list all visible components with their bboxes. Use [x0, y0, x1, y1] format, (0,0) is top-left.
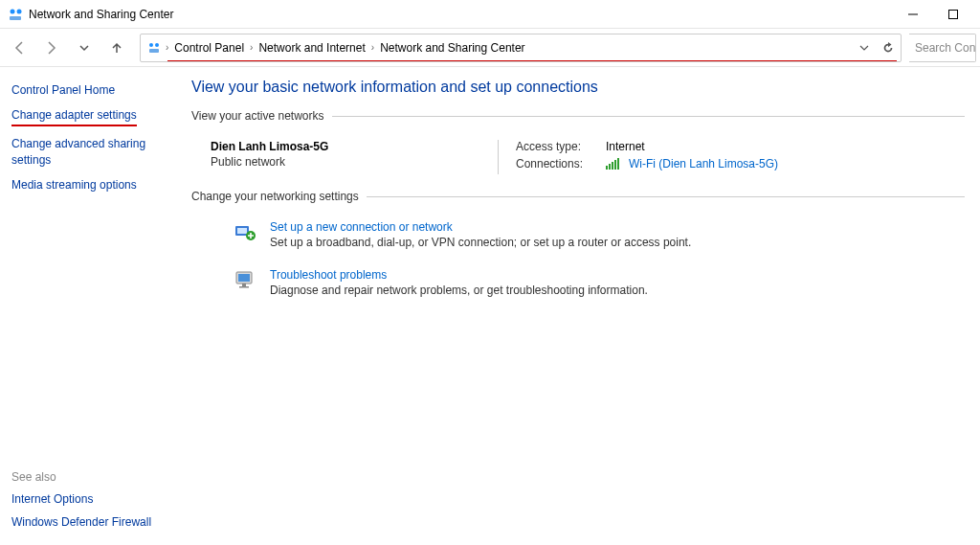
- body: Control Panel Home Change adapter settin…: [0, 67, 980, 545]
- breadcrumb: Control Panel › Network and Internet › N…: [172, 39, 526, 57]
- sidebar-item-media-streaming[interactable]: Media streaming options: [11, 177, 170, 193]
- address-bar[interactable]: › Control Panel › Network and Internet ›…: [140, 34, 902, 62]
- svg-rect-13: [239, 286, 249, 288]
- change-settings-label: Change your networking settings: [191, 190, 965, 203]
- titlebar: Network and Sharing Center: [0, 0, 980, 29]
- svg-point-4: [149, 43, 153, 47]
- search-input[interactable]: Search Contr: [909, 34, 976, 62]
- troubleshoot-icon: [234, 268, 256, 291]
- svg-rect-12: [242, 284, 246, 286]
- chevron-right-icon: ›: [250, 42, 253, 53]
- control-panel-icon: [146, 40, 162, 56]
- chevron-right-icon: ›: [166, 42, 168, 53]
- window-controls: [894, 1, 972, 28]
- window-title: Network and Sharing Center: [29, 8, 173, 21]
- connection-link[interactable]: Wi-Fi (Dien Lanh Limosa-5G): [629, 157, 778, 170]
- recent-locations-button[interactable]: [69, 33, 100, 63]
- network-center-icon: [8, 7, 23, 22]
- breadcrumb-item[interactable]: Network and Sharing Center: [378, 39, 526, 57]
- see-also-defender-firewall[interactable]: Windows Defender Firewall: [11, 514, 170, 530]
- connections-label: Connections:: [516, 157, 598, 170]
- svg-rect-11: [238, 274, 250, 282]
- toolbar: › Control Panel › Network and Internet ›…: [0, 29, 980, 67]
- svg-point-1: [17, 9, 22, 13]
- svg-rect-6: [149, 49, 159, 53]
- setup-connection-desc: Set up a broadband, dial-up, or VPN conn…: [270, 236, 691, 249]
- refresh-button[interactable]: [881, 41, 895, 55]
- svg-point-0: [11, 9, 15, 13]
- network-identity: Dien Lanh Limosa-5G Public network: [211, 140, 498, 174]
- setup-connection-link[interactable]: Set up a new connection or network: [270, 220, 691, 234]
- search-placeholder: Search Contr: [915, 41, 976, 55]
- up-button[interactable]: [101, 33, 132, 63]
- see-also-label: See also: [11, 470, 170, 484]
- main-content: View your basic network information and …: [182, 67, 980, 545]
- troubleshoot-link[interactable]: Troubleshoot problems: [270, 268, 648, 282]
- svg-rect-2: [10, 16, 21, 20]
- history-dropdown-icon[interactable]: [858, 42, 870, 54]
- chevron-right-icon: ›: [371, 42, 374, 53]
- sidebar-see-also: See also Internet Options Windows Defend…: [11, 451, 170, 530]
- troubleshoot-item: Troubleshoot problems Diagnose and repai…: [191, 262, 965, 310]
- access-type-value: Internet: [606, 140, 645, 153]
- wifi-signal-icon: [606, 158, 619, 170]
- minimize-button[interactable]: [894, 1, 932, 28]
- active-networks-label: View your active networks: [191, 109, 965, 123]
- access-type-label: Access type:: [516, 140, 598, 153]
- svg-point-5: [155, 43, 159, 47]
- sidebar-item-advanced-sharing[interactable]: Change advanced sharing settings: [11, 136, 170, 167]
- see-also-internet-options[interactable]: Internet Options: [11, 491, 170, 507]
- network-name: Dien Lanh Limosa-5G: [211, 140, 498, 153]
- page-heading: View your basic network information and …: [191, 79, 965, 96]
- maximize-button[interactable]: [934, 1, 972, 28]
- troubleshoot-desc: Diagnose and repair network problems, or…: [270, 284, 648, 297]
- sidebar-item-adapter-settings[interactable]: Change adapter settings: [11, 107, 137, 126]
- setup-connection-icon: [234, 220, 256, 243]
- svg-rect-8: [237, 228, 247, 234]
- back-button[interactable]: [4, 33, 34, 63]
- sidebar: Control Panel Home Change adapter settin…: [0, 67, 182, 545]
- network-details: Access type: Internet Connections: Wi-Fi…: [498, 140, 778, 174]
- network-type: Public network: [211, 155, 498, 169]
- breadcrumb-item[interactable]: Network and Internet: [256, 39, 367, 57]
- active-network-row: Dien Lanh Limosa-5G Public network Acces…: [191, 134, 965, 190]
- svg-rect-3: [949, 10, 958, 18]
- setup-connection-item: Set up a new connection or network Set u…: [191, 215, 965, 262]
- forward-button[interactable]: [36, 33, 67, 63]
- breadcrumb-item[interactable]: Control Panel: [172, 39, 246, 57]
- highlight-underline: [167, 60, 897, 62]
- sidebar-item-home[interactable]: Control Panel Home: [11, 82, 170, 98]
